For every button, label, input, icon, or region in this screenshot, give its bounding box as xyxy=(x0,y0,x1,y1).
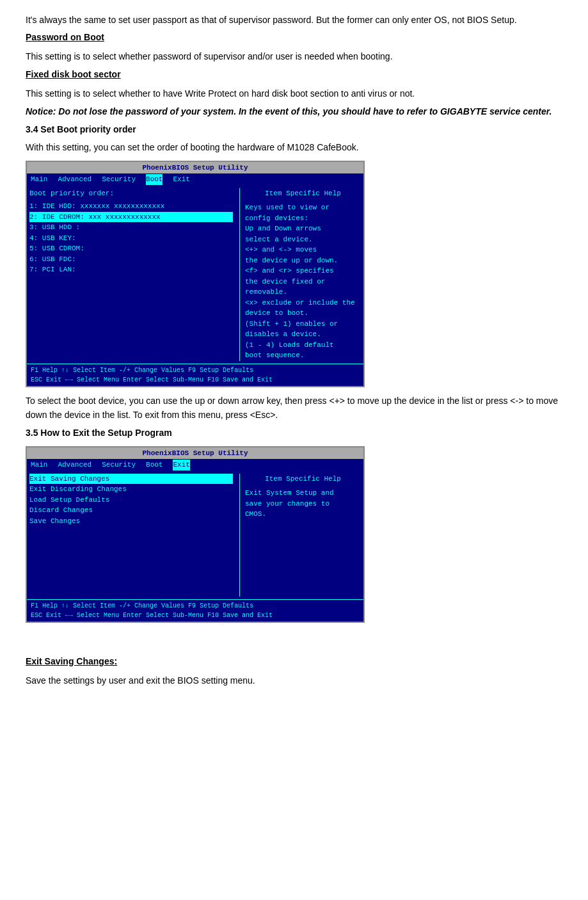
bios1-footer-row1: F1 Help ↑↓ Select Item -/+ Change Values… xyxy=(31,366,360,375)
bios2-footer-row2: ESC Exit ←→ Select Menu Enter Select Sub… xyxy=(31,611,360,620)
bios2-menu-exit: Exit xyxy=(173,460,189,470)
bios2-menu-boot: Boot xyxy=(146,460,163,470)
bios1-help-3: Up and Down arrows xyxy=(245,223,361,234)
bios2-footer: F1 Help ↑↓ Select Item -/+ Change Values… xyxy=(27,599,363,622)
bios2-help-2: save your changes to xyxy=(245,499,361,510)
notice-text: Notice: Do not lose the password of your… xyxy=(26,104,562,118)
section-34-intro: With this setting, you can set the order… xyxy=(26,140,562,154)
bios1-title: PhoenixBIOS Setup Utility xyxy=(27,162,363,174)
bios1-footer: F1 Help ↑↓ Select Item -/+ Change Values… xyxy=(27,364,363,386)
exit-saving-heading: Exit Saving Changes: xyxy=(26,655,562,668)
boot-desc-text: To select the boot device, you can use t… xyxy=(26,394,562,422)
bios2-item-4: Discard Changes xyxy=(29,505,233,516)
section-35-heading: 3.5 How to Exit the Setup Program xyxy=(26,426,562,440)
exit-saving-text: Save the settings by user and exit the B… xyxy=(26,673,562,687)
section-34-heading: 3.4 Set Boot priority order xyxy=(26,123,562,136)
bios-screen-1: PhoenixBIOS Setup Utility Main Advanced … xyxy=(26,161,365,387)
bios1-menu-security: Security xyxy=(102,174,136,185)
fixed-disk-section: Fixed disk boot sector This setting is t… xyxy=(26,68,562,100)
bios1-help-7: <f> and <r> specifies xyxy=(245,266,361,277)
section-34: 3.4 Set Boot priority order With this se… xyxy=(26,123,562,154)
bios1-item-7: 7: PCI LAN: xyxy=(29,264,233,275)
bios1-menu-boot: Boot xyxy=(146,174,163,185)
bios2-item-1: Exit Saving Changes xyxy=(29,474,233,485)
bios1-help-12: disables a device. xyxy=(245,329,361,340)
spacer xyxy=(26,629,562,655)
bios1-help-9: <x> exclude or include the xyxy=(245,298,361,309)
bios1-item-5: 5: USB CDROM: xyxy=(29,243,233,254)
bios1-menu-exit: Exit xyxy=(173,174,189,185)
bios1-left-panel: Boot priority order: 1: IDE HDD: xxxxxxx… xyxy=(29,188,239,361)
fixed-disk-text: This setting is to select whether to hav… xyxy=(26,86,562,100)
bios2-item-3: Load Setup Defaults xyxy=(29,495,233,506)
bios2-menubar: Main Advanced Security Boot Exit xyxy=(27,459,363,471)
bios2-title: PhoenixBIOS Setup Utility xyxy=(27,447,363,460)
bios2-footer-row1: F1 Help ↑↓ Select Item -/+ Change Values… xyxy=(31,601,360,611)
bios2-menu-advanced: Advanced xyxy=(58,460,91,470)
bios1-menubar: Main Advanced Security Boot Exit xyxy=(27,173,363,186)
boot-description: To select the boot device, you can use t… xyxy=(26,394,562,422)
bios1-item-3: 3: USB HDD : xyxy=(29,222,233,233)
bios1-footer-row2: ESC Exit ←→ Select Menu Enter Select Sub… xyxy=(31,375,360,385)
bios1-menu-advanced: Advanced xyxy=(58,174,91,185)
bios1-menu-main: Main xyxy=(31,174,47,185)
bios1-right-title: Item Specific Help xyxy=(245,188,361,199)
bios-screen-2: PhoenixBIOS Setup Utility Main Advanced … xyxy=(26,446,365,623)
bios2-menu-security: Security xyxy=(102,460,136,470)
password-on-boot-heading: Password on Boot xyxy=(26,31,562,44)
bios2-item-2: Exit Discarding Changes xyxy=(29,484,233,495)
bios2-menu-main: Main xyxy=(31,460,47,470)
bios2-help-3: CMOS. xyxy=(245,509,361,520)
bios2-item-5: Save Changes xyxy=(29,516,233,527)
fixed-disk-heading: Fixed disk boot sector xyxy=(26,68,562,81)
bios2-right-title: Item Specific Help xyxy=(245,474,361,485)
bios1-item-4: 4: USB KEY: xyxy=(29,233,233,244)
bios1-item-6: 6: USB FDC: xyxy=(29,254,233,265)
bios1-right-panel: Item Specific Help Keys used to view or … xyxy=(239,188,361,361)
bios1-item-2: 2: IDE CDROM: xxx xxxxxxxxxxxxx xyxy=(29,212,233,223)
intro-paragraph: It's always the same to set user passpor… xyxy=(26,13,562,27)
bios1-help-11: (Shift + 1) enables or xyxy=(245,319,361,330)
bios2-help-1: Exit System Setup and xyxy=(245,488,361,499)
bios1-help-10: device to boot. xyxy=(245,308,361,319)
bios1-help-8: the device fixed or removable. xyxy=(245,277,361,298)
bios2-left-panel: Exit Saving Changes Exit Discarding Chan… xyxy=(29,474,239,597)
bios1-boot-label: Boot priority order: xyxy=(29,188,233,199)
password-on-boot-text: This setting is to select whether passwo… xyxy=(26,49,562,63)
bios1-help-4: select a device. xyxy=(245,234,361,245)
notice-section: Notice: Do not lose the password of your… xyxy=(26,104,562,118)
bios1-help-5: <+> and <-> moves xyxy=(245,245,361,255)
bios2-right-panel: Item Specific Help Exit System Setup and… xyxy=(239,474,361,597)
exit-saving-section: Exit Saving Changes: Save the settings b… xyxy=(26,655,562,687)
bios1-help-2: config devices: xyxy=(245,213,361,224)
password-on-boot-section: Password on Boot This setting is to sele… xyxy=(26,31,562,63)
section-35: 3.5 How to Exit the Setup Program xyxy=(26,426,562,440)
bios1-help-14: boot sequence. xyxy=(245,350,361,361)
bios1-item-1: 1: IDE HDD: xxxxxxx xxxxxxxxxxxx xyxy=(29,201,233,212)
bios1-help-1: Keys used to view or xyxy=(245,202,361,213)
bios1-help-6: the device up or down. xyxy=(245,255,361,266)
bios1-help-13: (1 - 4) Loads default xyxy=(245,340,361,351)
